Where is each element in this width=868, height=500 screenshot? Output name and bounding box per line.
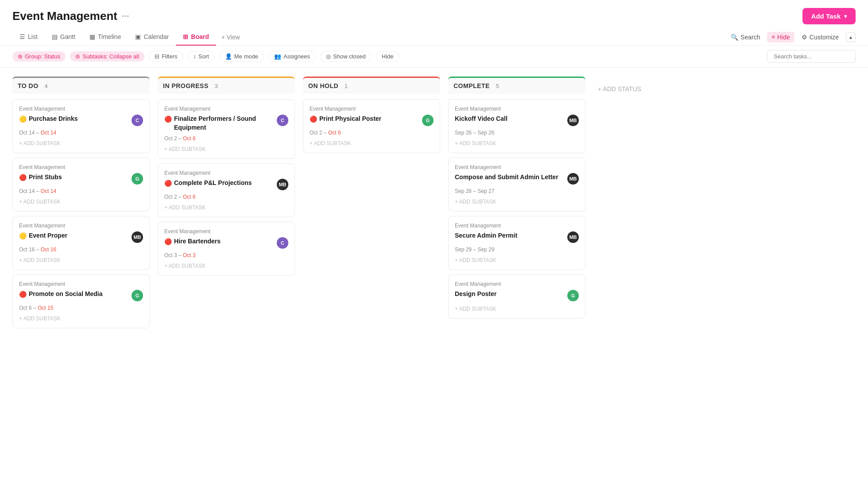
add-subtask-button[interactable]: + ADD SUBTASK [19,315,143,322]
group-status-chip[interactable]: ⊛ Group: Status [12,51,66,62]
add-subtask-button[interactable]: + ADD SUBTASK [455,257,579,263]
column-inprogress: IN PROGRESS3 Event Management 🔴 Finalize… [158,77,295,280]
task-project: Event Management [19,164,143,170]
tab-timeline[interactable]: ▦ Timeline [82,29,128,46]
task-title-row: Design Poster G [455,290,579,301]
sort-button[interactable]: ↕ Sort [188,51,215,62]
priority-icon: 🔴 [19,173,27,182]
view-tabs: ☰ List ▤ Gantt ▦ Timeline ▣ Calendar ⊞ B… [0,29,868,46]
column-title: IN PROGRESS [163,82,209,89]
task-title-row: 🟡 Event Proper MB [19,231,143,243]
assignees-button[interactable]: 👥 Assignees [268,51,316,62]
task-date-end: Oct 6 [183,194,196,200]
title-dots[interactable]: ··· [122,11,129,21]
task-dates: Sep 29 – Sep 29 [455,246,579,253]
task-date-end: Oct 3 [183,252,196,258]
subtasks-chip[interactable]: ⊜ Subtasks: Collapse all [70,51,144,62]
search-input[interactable] [767,50,856,63]
gantt-icon: ▤ [52,33,58,40]
tab-add-view[interactable]: + View [216,29,245,45]
task-dates: Oct 14 – Oct 14 [19,188,143,194]
tab-list[interactable]: ☰ List [12,29,45,46]
task-card[interactable]: Event Management Compose and Submit Admi… [448,158,585,212]
add-subtask-button[interactable]: + ADD SUBTASK [164,204,288,211]
column-header-onhold[interactable]: ON HOLD1 [303,77,440,94]
hide-button[interactable]: ≡ Hide [767,32,794,42]
task-title-row: 🟡 Purchase Drinks C [19,115,143,126]
add-status-button[interactable]: + ADD STATUS [593,81,646,97]
task-card[interactable]: Event Management Secure Admin Permit MB … [448,216,585,270]
priority-icon: 🔴 [164,115,172,124]
task-card[interactable]: Event Management 🔴 Complete P&L Projecti… [158,163,295,217]
add-subtask-button[interactable]: + ADD SUBTASK [455,140,579,146]
task-title: 🟡 Purchase Drinks [19,115,78,124]
filters-button[interactable]: ⊟ Filters [149,51,183,62]
column-header-inprogress[interactable]: IN PROGRESS3 [158,77,295,94]
add-subtask-button[interactable]: + ADD SUBTASK [164,146,288,152]
task-date-end: Oct 15 [38,305,53,311]
task-date-end: Oct 6 [328,130,341,136]
task-date-end: Oct 14 [41,130,56,136]
add-task-button[interactable]: Add Task ▾ [802,8,856,24]
avatar: C [277,115,288,126]
task-card[interactable]: Event Management Kickoff Video Call MB S… [448,99,585,153]
search-icon: 🔍 [731,34,738,41]
tab-board[interactable]: ⊞ Board [176,29,216,46]
task-card[interactable]: Event Management 🟡 Event Proper MB Oct 1… [12,216,150,270]
collapse-button[interactable]: ▲ [846,32,856,42]
column-onhold: ON HOLD1 Event Management 🔴 Print Physic… [303,77,440,158]
task-title: 🔴 Promote on Social Media [19,290,102,299]
priority-icon: 🟡 [19,232,27,241]
task-card[interactable]: Event Management 🔴 Print Physical Poster… [303,99,440,153]
task-dates: Oct 3 – Oct 3 [164,252,288,258]
avatar: MB [132,231,143,243]
task-dates: Oct 16 – Oct 16 [19,246,143,253]
add-subtask-button[interactable]: + ADD SUBTASK [19,140,143,146]
task-search [767,50,856,63]
column-title: COMPLETE [453,82,490,89]
board-icon: ⊞ [183,33,188,40]
column-header-todo[interactable]: TO DO4 [12,77,150,94]
hide-filter-button[interactable]: Hide [376,51,399,62]
app-header: Event Management ··· Add Task ▾ ☰ List ▤… [0,0,868,68]
task-title-row: 🔴 Promote on Social Media G [19,290,143,301]
task-project: Event Management [164,228,288,235]
tab-calendar[interactable]: ▣ Calendar [128,29,176,46]
collapse-icon: ⊜ [75,53,80,60]
add-subtask-button[interactable]: + ADD SUBTASK [19,257,143,263]
task-card[interactable]: Event Management 🔴 Promote on Social Med… [12,274,150,328]
column-header-complete[interactable]: COMPLETE5 [448,77,585,94]
avatar: C [132,115,143,126]
priority-icon: 🔴 [164,179,172,188]
tab-gantt[interactable]: ▤ Gantt [45,29,82,46]
column-title: ON HOLD [308,82,338,89]
task-title: 🔴 Complete P&L Projections [164,179,252,188]
task-card[interactable]: Event Management 🟡 Purchase Drinks C Oct… [12,99,150,153]
task-dates: Oct 2 – Oct 6 [164,135,288,142]
add-subtask-button[interactable]: + ADD SUBTASK [455,306,579,312]
column-count: 5 [496,83,499,89]
task-project: Event Management [455,223,579,229]
task-card[interactable]: Event Management 🔴 Hire Bartenders C Oct… [158,222,295,276]
add-subtask-button[interactable]: + ADD SUBTASK [19,199,143,205]
add-subtask-button[interactable]: + ADD SUBTASK [164,263,288,269]
column-title: TO DO [18,82,39,89]
add-subtask-button[interactable]: + ADD SUBTASK [310,140,434,146]
customize-button[interactable]: ⚙ Customize [802,34,839,41]
task-dates: Oct 14 – Oct 14 [19,130,143,136]
avatar: G [567,290,579,301]
task-title-row: Kickoff Video Call MB [455,115,579,126]
add-subtask-button[interactable]: + ADD SUBTASK [455,199,579,205]
search-button[interactable]: 🔍 Search [731,34,760,41]
task-card[interactable]: Event Management 🔴 Print Stubs G Oct 14 … [12,158,150,212]
add-status-column: + ADD STATUS [593,77,646,97]
column-count: 1 [345,83,348,89]
task-card[interactable]: Event Management 🔴 Finalize Performers /… [158,99,295,159]
task-title-row: 🔴 Hire Bartenders C [164,237,288,249]
me-mode-button[interactable]: 👤 Me mode [219,51,264,62]
task-project: Event Management [164,170,288,176]
task-card[interactable]: Event Management Design Poster G + ADD S… [448,274,585,319]
chevron-down-icon: ▾ [844,13,847,19]
show-closed-button[interactable]: ◎ Show closed [320,51,372,62]
column-count: 3 [215,83,218,89]
